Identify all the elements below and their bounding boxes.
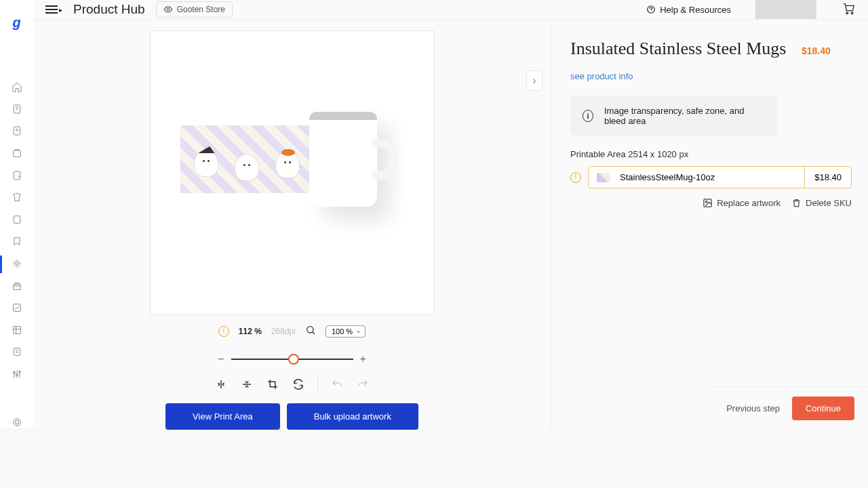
image-icon [703, 198, 713, 208]
mockup-image [180, 112, 404, 234]
help-link[interactable]: Help & Resources [646, 5, 731, 15]
replace-artwork-button[interactable]: Replace artwork [703, 198, 781, 208]
info-card[interactable]: i Image transparency, safe zone, and ble… [570, 96, 777, 136]
svg-rect-5 [14, 216, 20, 224]
redo-button[interactable] [356, 378, 370, 391]
view-print-area-button[interactable]: View Print Area [165, 403, 280, 430]
align-horizontal-button[interactable] [214, 378, 228, 391]
previous-step-link[interactable]: Previous step [726, 403, 780, 413]
svg-point-2 [16, 129, 18, 131]
magnifier-icon [305, 325, 316, 338]
zoom-slider[interactable] [231, 359, 353, 360]
store-label: Gooten Store [177, 5, 225, 14]
details-panel: Insulated Stainless Steel Mugs $18.40 se… [551, 20, 868, 430]
slider-thumb[interactable] [288, 354, 299, 365]
svg-point-15 [15, 420, 18, 424]
printable-area-label: Printable Area 2514 x 1020 px [570, 149, 852, 159]
svg-point-6 [16, 262, 18, 265]
hamburger-icon [45, 5, 58, 14]
align-vertical-button[interactable] [240, 378, 254, 391]
svg-point-18 [846, 12, 848, 14]
nav-item-13[interactable] [10, 346, 24, 359]
tool-row [214, 378, 370, 391]
topbar: ▸ Product Hub Gooten Store Help & Resour… [33, 0, 868, 20]
svg-rect-9 [13, 326, 20, 333]
sku-thumbnail [597, 173, 610, 182]
sku-price: $18.40 [805, 166, 852, 188]
store-selector[interactable]: Gooten Store [156, 1, 233, 18]
info-icon: i [583, 110, 593, 122]
footer-bar: Previous step Continue [713, 386, 868, 430]
nav-item-7[interactable] [10, 214, 24, 226]
nav-item-6[interactable] [10, 191, 24, 204]
product-price: $18.40 [802, 45, 831, 56]
svg-rect-10 [14, 348, 20, 356]
brand-logo: g [12, 15, 20, 30]
nav-item-2[interactable] [10, 103, 24, 116]
chevron-right-icon: › [532, 75, 536, 87]
stats-row: ! 112 % 268dpi 100 % [218, 325, 366, 338]
zoom-slider-row: − + [218, 353, 366, 365]
sidebar: g [0, 0, 33, 428]
svg-rect-7 [13, 284, 20, 289]
account-placeholder[interactable] [755, 0, 816, 19]
sku-row[interactable]: ! StainlessSteelMug-10oz $18.40 [570, 166, 852, 188]
undo-button[interactable] [330, 378, 344, 391]
product-title: Insulated Stainless Steel Mugs [570, 39, 786, 58]
svg-point-20 [307, 327, 313, 333]
nav-item-5[interactable] [10, 169, 24, 182]
dpi-value: 268dpi [271, 327, 296, 336]
svg-point-14 [13, 418, 20, 426]
svg-point-22 [706, 201, 708, 203]
scale-percent: 112 % [239, 327, 262, 336]
crop-button[interactable] [266, 378, 279, 391]
svg-point-16 [167, 8, 170, 11]
warning-icon: ! [218, 326, 229, 337]
menu-toggle[interactable]: ▸ [45, 5, 62, 14]
sku-name: StainlessSteelMug-10oz [620, 172, 715, 182]
product-preview[interactable] [150, 30, 435, 315]
next-preview-button[interactable]: › [526, 70, 542, 91]
bulk-upload-button[interactable]: Bulk upload artwork [287, 403, 418, 430]
nav-product-hub[interactable] [10, 258, 24, 270]
product-info-link[interactable]: see product info [570, 71, 852, 81]
rotate-button[interactable] [292, 378, 305, 391]
page-title: Product Hub [73, 2, 145, 17]
trash-icon [791, 198, 802, 208]
chevron-right-icon: ▸ [59, 6, 62, 14]
cart-icon [841, 1, 856, 16]
svg-rect-3 [13, 150, 20, 157]
zoom-out-button[interactable]: − [218, 353, 224, 365]
zoom-in-button[interactable]: + [360, 353, 366, 365]
nav-item-4[interactable] [10, 147, 24, 160]
nav-item-10[interactable] [10, 279, 24, 292]
warning-icon: ! [570, 172, 581, 183]
nav-item-14[interactable] [10, 368, 24, 381]
nav-item-12[interactable] [10, 324, 24, 337]
editor-panel: › ! 112 % 268dpi [33, 20, 551, 430]
eye-icon [163, 5, 173, 14]
zoom-select[interactable]: 100 % [326, 325, 366, 338]
nav-home[interactable] [10, 81, 24, 94]
nav-item-11[interactable] [10, 302, 24, 314]
svg-rect-4 [14, 171, 20, 180]
cart-button[interactable] [841, 1, 856, 18]
nav-target[interactable] [10, 415, 24, 428]
continue-button[interactable]: Continue [792, 396, 854, 420]
delete-sku-button[interactable]: Delete SKU [791, 198, 852, 208]
nav-item-8[interactable] [10, 235, 24, 248]
nav-item-3[interactable] [10, 125, 24, 138]
help-icon [646, 5, 656, 14]
svg-point-19 [851, 12, 853, 14]
editor-buttons: View Print Area Bulk upload artwork [165, 403, 418, 430]
